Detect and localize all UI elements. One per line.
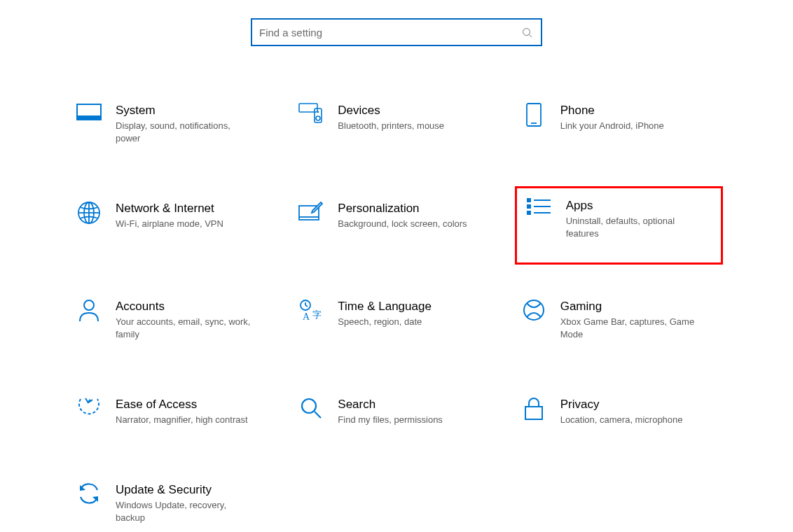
category-desc: Find my files, permissions bbox=[338, 414, 443, 426]
category-title: Accounts bbox=[116, 299, 253, 314]
apps-icon bbox=[523, 198, 556, 226]
svg-text:A: A bbox=[303, 312, 310, 322]
svg-rect-17 bbox=[527, 199, 530, 202]
svg-line-1 bbox=[529, 34, 532, 37]
phone-icon bbox=[517, 103, 551, 131]
category-desc: Xbox Game Bar, captures, Game Mode bbox=[560, 316, 698, 341]
category-gaming[interactable]: Gaming Xbox Game Bar, captures, Game Mod… bbox=[515, 291, 723, 349]
category-apps[interactable]: Apps Uninstall, defaults, optional featu… bbox=[515, 186, 723, 265]
svg-line-32 bbox=[315, 412, 321, 418]
svg-point-0 bbox=[523, 28, 530, 35]
lock-icon bbox=[517, 397, 551, 425]
category-accounts[interactable]: Accounts Your accounts, email, sync, wor… bbox=[70, 291, 278, 349]
search-input[interactable] bbox=[258, 26, 521, 39]
update-icon bbox=[72, 482, 106, 510]
category-phone[interactable]: Phone Link your Android, iPhone bbox=[515, 95, 723, 153]
category-title: Phone bbox=[560, 103, 664, 118]
personalization-icon bbox=[294, 201, 328, 229]
person-icon bbox=[72, 299, 106, 327]
category-time-language[interactable]: A 字 Time & Language Speech, region, date bbox=[292, 291, 500, 349]
svg-rect-33 bbox=[525, 407, 542, 419]
svg-point-31 bbox=[302, 399, 316, 413]
settings-grid: System Display, sound, notifications, po… bbox=[0, 46, 793, 532]
category-title: Gaming bbox=[560, 299, 698, 314]
category-desc: Windows Update, recovery, backup bbox=[116, 499, 253, 524]
svg-point-23 bbox=[84, 300, 94, 310]
category-privacy[interactable]: Privacy Location, camera, microphone bbox=[515, 389, 723, 434]
category-desc: Bluetooth, printers, mouse bbox=[338, 120, 444, 132]
category-update-security[interactable]: Update & Security Windows Update, recove… bbox=[70, 475, 278, 532]
devices-icon bbox=[294, 103, 328, 131]
svg-point-8 bbox=[316, 116, 320, 120]
ease-of-access-icon bbox=[72, 397, 106, 425]
category-title: Time & Language bbox=[338, 299, 432, 314]
category-desc: Location, camera, microphone bbox=[560, 414, 683, 426]
category-desc: Display, sound, notifications, power bbox=[116, 120, 253, 145]
search-category-icon bbox=[294, 397, 328, 425]
category-title: Apps bbox=[566, 198, 703, 214]
search-icon bbox=[521, 27, 532, 38]
category-title: Ease of Access bbox=[116, 397, 248, 412]
category-title: Privacy bbox=[560, 397, 683, 412]
category-desc: Uninstall, defaults, optional features bbox=[566, 215, 703, 240]
time-language-icon: A 字 bbox=[294, 299, 328, 327]
globe-icon bbox=[72, 201, 106, 229]
gaming-icon bbox=[517, 299, 551, 327]
category-personalization[interactable]: Personalization Background, lock screen,… bbox=[292, 193, 500, 251]
category-desc: Your accounts, email, sync, work, family bbox=[116, 316, 253, 341]
svg-line-26 bbox=[305, 305, 308, 307]
category-title: Update & Security bbox=[116, 482, 253, 498]
category-desc: Link your Android, iPhone bbox=[560, 120, 664, 132]
svg-point-7 bbox=[317, 111, 319, 113]
svg-text:字: 字 bbox=[312, 309, 322, 320]
category-title: Network & Internet bbox=[116, 201, 223, 216]
category-ease-of-access[interactable]: Ease of Access Narrator, magnifier, high… bbox=[70, 389, 278, 434]
search-box[interactable] bbox=[251, 18, 542, 46]
svg-rect-3 bbox=[77, 115, 101, 120]
system-icon bbox=[72, 103, 106, 131]
category-title: Personalization bbox=[338, 201, 467, 216]
svg-rect-18 bbox=[527, 205, 530, 208]
category-devices[interactable]: Devices Bluetooth, printers, mouse bbox=[292, 95, 500, 153]
category-search[interactable]: Search Find my files, permissions bbox=[292, 389, 500, 434]
category-desc: Wi-Fi, airplane mode, VPN bbox=[116, 218, 223, 230]
category-title: System bbox=[116, 103, 253, 118]
category-desc: Background, lock screen, colors bbox=[338, 218, 467, 230]
category-network[interactable]: Network & Internet Wi-Fi, airplane mode,… bbox=[70, 193, 278, 251]
svg-rect-19 bbox=[527, 211, 530, 214]
category-system[interactable]: System Display, sound, notifications, po… bbox=[70, 95, 278, 153]
category-desc: Speech, region, date bbox=[338, 316, 432, 328]
category-title: Search bbox=[338, 397, 443, 412]
category-title: Devices bbox=[338, 103, 444, 118]
category-desc: Narrator, magnifier, high contrast bbox=[116, 414, 248, 426]
